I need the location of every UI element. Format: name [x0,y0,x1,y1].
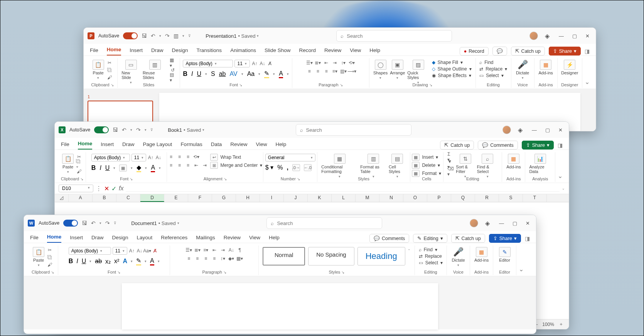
shapes-button[interactable]: ◯Shapes▾ [373,60,388,80]
close-button[interactable]: ✕ [526,220,530,226]
record-button[interactable]: ●Record [460,47,489,55]
styles-more-icon[interactable]: ⌄ [408,247,411,251]
col-header-H[interactable]: H [236,194,260,202]
align-left-icon[interactable]: ≡ [168,162,174,168]
bullets-icon[interactable]: ☰▾ [186,247,192,253]
undo-icon[interactable]: ↶ [151,33,155,39]
orientation-icon[interactable]: ⟲▾ [193,154,199,160]
sort-filter-button[interactable]: ⇅Sort & Filter▾ [456,154,474,178]
undo-icon[interactable]: ↶ [91,220,96,226]
tab-design[interactable]: Design [112,235,128,243]
name-box[interactable]: D10 ▾ [59,185,93,192]
cut-icon[interactable]: ✂ [47,247,53,253]
tab-home[interactable]: Home [78,141,93,150]
ribbon-display-icon[interactable]: ◨ [558,142,563,148]
col-header-P[interactable]: P [427,194,451,202]
tab-review[interactable]: Review [230,141,247,150]
tab-help[interactable]: Help [275,141,286,150]
comments-button[interactable]: 💬 [492,47,507,55]
autosave-toggle[interactable] [63,220,78,227]
search-box[interactable]: ⌕Search [266,217,382,229]
strike-button[interactable]: S [211,71,215,77]
change-case-icon[interactable]: Aa [247,71,255,77]
bold-button[interactable]: B [91,165,96,171]
col-header-N[interactable]: N [379,194,403,202]
line-spacing-icon[interactable]: ↕▾ [340,60,346,66]
analyze-data-button[interactable]: 📊Analyze Data [529,154,551,174]
col-header-Q[interactable]: Q [451,194,475,202]
align-left-icon[interactable]: ≡ [186,255,192,262]
cancel-icon[interactable]: ✕ [104,185,109,192]
align-right-icon[interactable]: ≡ [323,68,329,74]
sort-icon[interactable]: A↓ [228,247,234,253]
shrink-font-icon[interactable]: A↓ [137,248,143,254]
justify-icon[interactable]: ≡ [211,255,217,262]
tab-review[interactable]: Review [224,235,241,243]
tab-insert[interactable]: Insert [101,141,114,150]
shadow-button[interactable]: ab [219,71,226,77]
format-painter-icon[interactable]: 🖌 [47,262,53,268]
section-icon[interactable]: ▤ ▾ [170,74,176,81]
document-title[interactable]: Presentation1 • Saved ▾ [206,33,259,39]
tab-home[interactable]: Home [107,47,121,55]
font-name-dropdown[interactable]: Aptos (Body)▾ [69,247,111,255]
numbering-icon[interactable]: ≣▾ [194,247,201,253]
catchup-button[interactable]: ⇱ Catch up [440,141,474,150]
maximize-button[interactable]: ▢ [572,33,577,39]
format-table-button[interactable]: ▥Format as Table▾ [360,154,386,178]
replace-button[interactable]: ⇄ Replace ▾ [479,66,507,72]
tab-draw[interactable]: Draw [91,235,104,243]
cut-icon[interactable]: ✂ [106,60,113,66]
align-bot-icon[interactable]: ≡ [185,154,191,160]
select-button[interactable]: ▭ Select ▾ [479,73,507,78]
number-format-dropdown[interactable]: General▾ [265,154,315,161]
tab-references[interactable]: References [161,235,187,243]
cell-styles-button[interactable]: ▤Cell Styles▾ [389,154,406,178]
catchup-button[interactable]: ⇱ Catch up [511,47,545,55]
redo-icon[interactable]: ↷ [136,127,141,133]
font-color-icon[interactable]: A [279,70,283,78]
font-size-dropdown[interactable]: 11▾ [234,60,250,67]
tab-file[interactable]: File [90,47,98,55]
copy-icon[interactable]: ⿻ ▾ [76,161,82,167]
col-header-A[interactable]: A [69,194,93,202]
redo-icon[interactable]: ↷ [105,220,110,226]
paste-button[interactable]: 📋Paste▾ [93,60,104,80]
share-button[interactable]: ⇪ Share ▾ [549,47,581,55]
arrange-button[interactable]: ▣Arrange▾ [390,60,405,80]
shading-icon[interactable]: ◆▾ [228,255,234,262]
justify-icon[interactable]: ≡▾ [332,68,338,74]
grow-font-icon[interactable]: A↑ [129,248,135,254]
share-button[interactable]: ⇪ Share ▾ [489,234,521,243]
shape-fill-button[interactable]: ◆Shape Fill ▾ [432,60,472,65]
indent-inc-icon[interactable]: ⇥ [332,60,338,66]
inc-decimal-icon[interactable]: .0→ [292,164,300,171]
undo-icon[interactable]: ↶ [122,127,126,133]
dictate-button[interactable]: 🎤Dictate▾ [452,247,465,267]
save-icon[interactable]: 🖫 [113,127,118,133]
find-select-button[interactable]: ⌕Find & Select▾ [477,154,498,178]
shrink-font-icon[interactable]: A↓ [155,155,162,161]
find-button[interactable]: ⌕ Find ▾ [419,247,443,252]
col-header-I[interactable]: I [260,194,284,202]
qat-more-icon[interactable]: ⊽ [114,221,116,225]
select-button[interactable]: ▭ Select ▾ [419,260,443,265]
format-cells-button[interactable]: ▦Format ▾ [412,170,441,177]
insert-cells-button[interactable]: ▦Insert ▾ [412,154,441,161]
formula-bar[interactable] [126,185,560,192]
catchup-button[interactable]: ⇱ Catch up [451,234,485,243]
col-header-S[interactable]: S [499,194,523,202]
search-box[interactable]: ⌕Search [296,124,411,136]
font-size-dropdown[interactable]: 11▾ [113,247,127,255]
dec-decimal-icon[interactable]: ←.0 [304,164,312,171]
save-icon[interactable]: 🖫 [142,33,147,39]
indent-dec-icon[interactable]: ⇤ [323,60,329,66]
smartart-icon[interactable]: ⟶▾ [349,68,355,74]
document-title[interactable]: Document1• Saved▾ [131,220,179,226]
tab-view[interactable]: View [256,141,267,150]
font-color-icon[interactable]: A [151,164,155,172]
col-header-C[interactable]: C [116,194,140,202]
bold-button[interactable]: B [69,258,73,265]
col-header-L[interactable]: L [332,194,356,202]
line-spacing-icon[interactable]: ↕▾ [220,255,226,262]
